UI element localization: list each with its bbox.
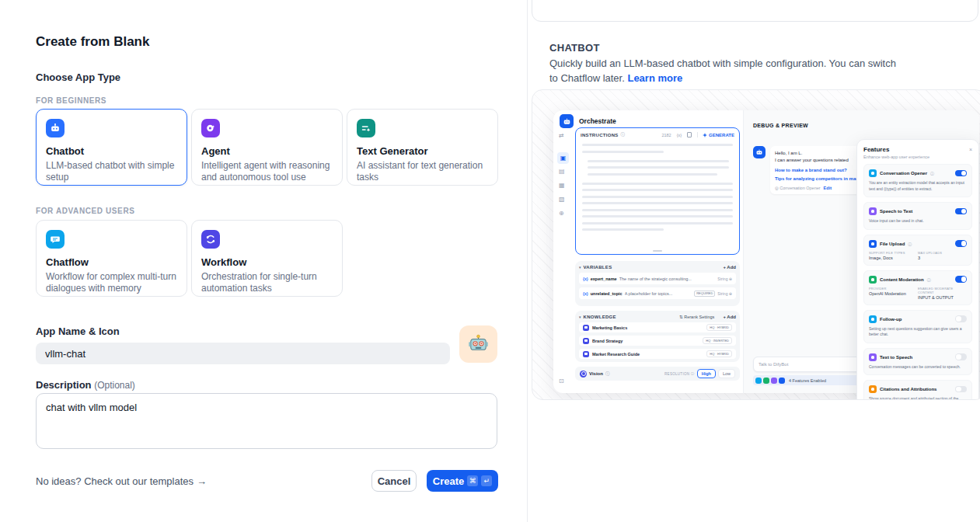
create-app-dialog: Create from Blank Choose App Type FOR BE… [0, 0, 980, 522]
resolution-high-pill: High [697, 369, 716, 378]
feature-item: File UploadⓘSUPPORT FILE TYPESImage, Doc… [863, 235, 972, 266]
app-name-input[interactable] [36, 343, 450, 364]
preview-description: Quickly build an LLM-based chatbot with … [549, 57, 901, 86]
feature-desc: Voice input can be used in chat. [869, 218, 967, 224]
description-textarea[interactable]: chat with vllm model [36, 393, 497, 449]
feature-item: Text to SpeechConversation messages can … [863, 348, 972, 376]
feature-icon [869, 169, 877, 177]
create-button[interactable]: Create ⌘ ↵ [427, 470, 498, 492]
feature-toggle [955, 208, 967, 215]
feature-desc: Setting up next questions suggestion can… [869, 326, 967, 338]
dataset-icon [583, 338, 589, 344]
feature-icon [869, 240, 877, 248]
feature-toggle [955, 170, 967, 177]
variables-title: VARIABLES [584, 265, 612, 270]
chatbot-icon [46, 119, 65, 137]
card-title: Text Generator [357, 145, 488, 157]
variable-token-icon: {x} [583, 291, 588, 296]
app-type-card-agent[interactable]: Agent Intelligent agent with reasoning a… [191, 109, 343, 186]
features-panel: Features × Enhance web-app user experien… [856, 139, 979, 400]
chat-input: Talk to DifyBot [753, 357, 862, 372]
instructions-title: INSTRUCTIONS [581, 133, 619, 137]
generate-button: GENERATE [703, 133, 734, 137]
variable-row: {x} expert_name The name of the strategi… [579, 273, 736, 284]
templates-link[interactable]: No ideas? Check out our templates→ [36, 475, 207, 487]
copy-icon [687, 132, 692, 137]
knowledge-row: Brand Strategy HQ · INVERTED [579, 336, 736, 346]
app-type-card-chatflow[interactable]: Chatflow Workflow for complex multi-turn… [36, 220, 187, 297]
app-avatar-icon [560, 114, 574, 128]
preview-pane: CHATBOT Quickly build an LLM-based chatb… [527, 0, 980, 522]
instructions-skeleton [576, 140, 739, 231]
info-icon: ⓘ [908, 242, 912, 246]
vision-icon [580, 371, 587, 378]
feature-item: Content ModerationⓘPROVIDEROpenAI Modera… [863, 270, 972, 305]
card-title: Workflow [201, 256, 333, 268]
speech-to-text-mini-icon [771, 378, 777, 384]
resize-handle [653, 250, 662, 252]
features-subtitle: Enhance web-app user experience [863, 155, 972, 159]
knowledge-panel: ▾ KNOWLEDGE ⇅ Rerank Settings + Add Mark… [575, 311, 740, 362]
feature-icon [869, 353, 877, 361]
feature-name: File Upload [880, 242, 905, 246]
frame-icon: ⊡ [559, 378, 564, 385]
app-icon-picker[interactable] [459, 325, 497, 363]
page-title: Create from Blank [36, 34, 149, 50]
vision-row: Vision ⓘ RESOLUTION ⓘ High Low [575, 367, 740, 381]
edit-link: Edit [824, 186, 832, 190]
card-desc: AI assistant for text generation tasks [357, 160, 488, 183]
info-icon: ⓘ [621, 132, 626, 137]
notes-panel-icon: ▧ [559, 196, 565, 203]
app-type-card-text-generator[interactable]: Text Generator AI assistant for text gen… [347, 109, 498, 186]
knowledge-row: Marketing Basics HQ · HYBRID [579, 322, 736, 332]
card-title: Chatflow [46, 256, 177, 268]
divider [697, 132, 698, 137]
prompt-panel-icon: ▣ [557, 152, 569, 164]
feature-item: Follow-upSetting up next questions sugge… [863, 310, 972, 343]
feature-icon [869, 207, 877, 215]
optional-label: (Optional) [94, 380, 135, 391]
variables-panel: ▾ VARIABLES + Add {x} expert_name The na… [575, 261, 740, 306]
preview-heading: CHATBOT [549, 42, 600, 54]
feature-meta-key: SUPPORT FILE TYPES [869, 251, 918, 255]
feature-meta-value: Image, Docs [869, 256, 918, 260]
feature-meta-value: 3 [918, 256, 967, 260]
choose-app-type-label: Choose App Type [36, 71, 120, 83]
debug-title: DEBUG & PREVIEW [753, 123, 808, 128]
card-title: Chatbot [46, 145, 177, 157]
index-badge: HQ · INVERTED [703, 337, 732, 344]
feature-name: Follow-up [880, 317, 902, 322]
add-variable-button: + Add [723, 265, 736, 270]
feature-item: Citations and AttributionsShow source do… [863, 380, 972, 400]
previous-preview-card-edge [532, 0, 978, 22]
for-advanced-users-label: FOR ADVANCED USERS [36, 207, 134, 215]
feature-name: Citations and Attributions [880, 387, 936, 392]
text-generator-icon [357, 119, 375, 137]
spark-icon [703, 133, 707, 137]
settings-panel-icon: ⊕ [559, 210, 564, 217]
robot-emoji-icon [468, 332, 489, 357]
dataset-icon [583, 325, 589, 331]
tool-rail: ⇄ ▣ ▤ ▦ ▧ ⊕ ⊡ [553, 130, 574, 393]
resolution-low-pill: Low [718, 369, 735, 378]
collapse-icon: ▾ [579, 315, 581, 319]
preview-screenshot: Orchestrate GPT-4o CHAT ▾ ⇅ Publish ▾ ↺ [532, 89, 980, 400]
feature-icon [869, 385, 877, 393]
knowledge-title: KNOWLEDGE [584, 315, 616, 319]
add-knowledge-button: + Add [723, 315, 736, 319]
feature-icon [869, 276, 877, 284]
image-panel-icon: ▤ [559, 168, 565, 175]
app-type-card-chatbot[interactable]: Chatbot LLM-based chatbot with simple se… [36, 109, 187, 186]
learn-more-link[interactable]: Learn more [627, 72, 682, 84]
arrow-right-icon: → [197, 475, 207, 487]
file-upload-mini-icon [779, 378, 785, 384]
card-title: Agent [201, 145, 333, 157]
app-type-card-workflow[interactable]: Workflow Orchestration for single-turn a… [191, 220, 343, 297]
cancel-button[interactable]: Cancel [371, 470, 417, 492]
feature-meta-key: PROVIDER [869, 287, 918, 291]
feature-meta-key: ENABLED MODERATE CONTENT [918, 287, 967, 294]
features-enabled-strip: 4 Features Enabled [753, 375, 862, 385]
index-badge: HQ · HYBRID [706, 350, 732, 357]
card-desc: Intelligent agent with reasoning and aut… [201, 160, 333, 183]
cmd-key-icon: ⌘ [467, 475, 478, 486]
